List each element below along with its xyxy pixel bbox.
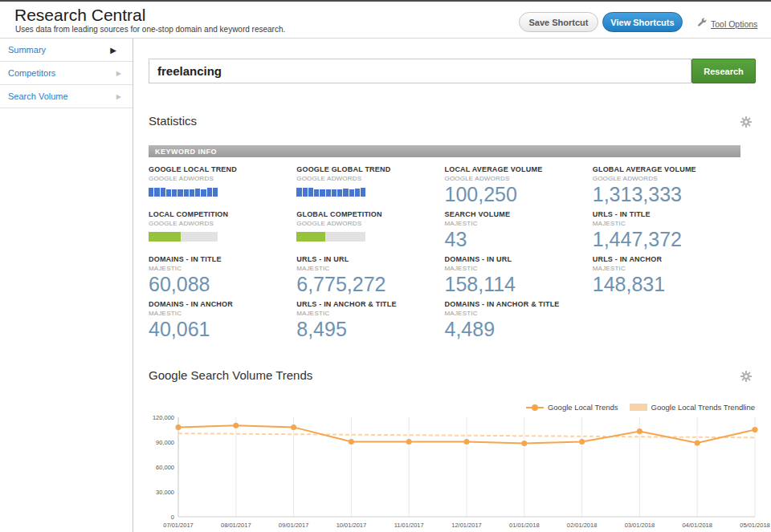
line-series-marker-icon <box>526 407 544 408</box>
stat-urls-in-title: URLS - IN TITLE MAJESTIC 1,447,372 <box>593 210 740 255</box>
stat-value: 4,489 <box>445 318 593 341</box>
sidebar-item-summary[interactable]: Summary ▶ <box>0 39 133 62</box>
keyword-info-banner: KEYWORD INFO <box>149 145 740 157</box>
svg-text:03/01/2018: 03/01/2018 <box>625 522 655 529</box>
stat-search-volume: SEARCH VOLUME MAJESTIC 43 <box>445 210 593 255</box>
sidebar-item-label: Competitors <box>8 68 55 78</box>
page-subtitle: Uses data from leading sources for one-s… <box>15 25 285 34</box>
stat-domains-in-anchor-title: DOMAINS - IN ANCHOR & TITLE MAJESTIC 4,4… <box>445 300 593 345</box>
page-title: Research Central <box>14 6 145 25</box>
stat-value: 60,088 <box>149 273 296 296</box>
stat-label: GOOGLE LOCAL TREND <box>149 165 296 173</box>
trend-sparkline <box>149 187 218 197</box>
stat-local-competition: LOCAL COMPETITION GOOGLE ADWORDS <box>149 210 296 255</box>
stat-label: GLOBAL COMPETITION <box>296 210 444 218</box>
stat-label: SEARCH VOLUME <box>445 210 593 218</box>
chevron-right-icon: ▶ <box>110 46 116 55</box>
trendline-swatch-icon <box>630 404 647 411</box>
stat-domains-in-anchor: DOMAINS - IN ANCHOR MAJESTIC 40,061 <box>149 300 296 345</box>
svg-text:11/01/2017: 11/01/2017 <box>394 522 424 529</box>
stat-google-global-trend: GOOGLE GLOBAL TREND GOOGLE ADWORDS <box>296 165 444 210</box>
stat-value: 43 <box>445 228 593 251</box>
statistics-grid: GOOGLE LOCAL TREND GOOGLE ADWORDS GOOGLE… <box>149 165 740 345</box>
tool-options-label: Tool Options <box>711 19 757 29</box>
svg-text:07/01/2017: 07/01/2017 <box>163 522 194 529</box>
svg-text:04/01/2018: 04/01/2018 <box>682 522 712 529</box>
stat-value: 8,495 <box>296 318 444 341</box>
stat-label: DOMAINS - IN ANCHOR <box>149 300 296 308</box>
stat-label: URLS - IN ANCHOR & TITLE <box>296 300 444 308</box>
chevron-right-icon: ▶ <box>116 70 121 77</box>
stat-label: URLS - IN TITLE <box>593 210 740 218</box>
tool-options-link[interactable]: Tool Options <box>697 18 757 30</box>
stat-label: DOMAINS - IN URL <box>445 255 593 263</box>
stat-urls-in-anchor: URLS - IN ANCHOR MAJESTIC 148,831 <box>593 255 740 300</box>
stat-source: GOOGLE ADWORDS <box>593 175 740 182</box>
stat-global-average-volume: GLOBAL AVERAGE VOLUME GOOGLE ADWORDS 1,3… <box>593 165 740 210</box>
competition-meter <box>296 232 365 242</box>
stat-source: MAJESTIC <box>445 220 593 227</box>
stat-value: 6,775,272 <box>296 273 444 296</box>
competition-meter <box>149 232 218 242</box>
stat-local-average-volume: LOCAL AVERAGE VOLUME GOOGLE ADWORDS 100,… <box>445 165 593 210</box>
trends-title: Google Search Volume Trends <box>149 368 312 382</box>
save-shortcut-button[interactable]: Save Shortcut <box>519 12 598 32</box>
trend-sparkline <box>296 187 365 197</box>
svg-text:90,000: 90,000 <box>156 439 174 446</box>
stat-label: LOCAL COMPETITION <box>149 210 296 218</box>
svg-text:02/01/2018: 02/01/2018 <box>567 522 598 529</box>
svg-text:05/01/2018: 05/01/2018 <box>740 522 770 529</box>
stat-value: 158,114 <box>445 273 593 296</box>
stat-google-local-trend: GOOGLE LOCAL TREND GOOGLE ADWORDS <box>149 165 296 210</box>
search-volume-trend-chart: 030,00060,00090,000120,00007/01/201708/0… <box>133 411 771 532</box>
stat-label: URLS - IN ANCHOR <box>593 255 740 263</box>
stat-source: GOOGLE ADWORDS <box>149 175 296 182</box>
trend-line-chart: 030,00060,00090,000120,00007/01/201708/0… <box>133 411 771 532</box>
stat-source: GOOGLE ADWORDS <box>445 175 593 182</box>
stat-source: MAJESTIC <box>149 310 296 317</box>
sidebar-item-label: Search Volume <box>8 91 68 101</box>
stat-source: MAJESTIC <box>445 265 593 272</box>
sidebar-item-competitors[interactable]: Competitors ▶ <box>0 62 133 85</box>
stat-domains-in-title: DOMAINS - IN TITLE MAJESTIC 60,088 <box>149 255 296 300</box>
stat-label: DOMAINS - IN ANCHOR & TITLE <box>445 300 593 308</box>
stat-domains-in-url: DOMAINS - IN URL MAJESTIC 158,114 <box>445 255 593 300</box>
wrench-icon <box>697 18 708 30</box>
svg-text:120,000: 120,000 <box>153 414 174 421</box>
stat-source: MAJESTIC <box>296 265 444 272</box>
stat-label: URLS - IN URL <box>296 255 444 263</box>
stat-value: 148,831 <box>593 273 740 296</box>
stat-label: GOOGLE GLOBAL TREND <box>296 165 444 173</box>
stat-source: MAJESTIC <box>296 310 444 317</box>
stat-urls-in-url: URLS - IN URL MAJESTIC 6,775,272 <box>296 255 444 300</box>
svg-text:60,000: 60,000 <box>156 464 174 471</box>
sidebar: Summary ▶ Competitors ▶ Search Volume ▶ <box>0 39 133 532</box>
view-shortcuts-button[interactable]: View Shortcuts <box>602 12 683 32</box>
statistics-title: Statistics <box>149 114 197 128</box>
chevron-right-icon: ▶ <box>116 93 121 100</box>
stat-global-competition: GLOBAL COMPETITION GOOGLE ADWORDS <box>296 210 444 255</box>
stat-label: GLOBAL AVERAGE VOLUME <box>593 165 740 173</box>
svg-text:08/01/2017: 08/01/2017 <box>221 522 251 529</box>
stat-label: LOCAL AVERAGE VOLUME <box>445 165 593 173</box>
main-content: Research Statistics KEYWORD INFO GOOGLE … <box>133 39 771 532</box>
stat-source: MAJESTIC <box>445 310 593 317</box>
stat-value: 100,250 <box>445 183 593 206</box>
stat-source: MAJESTIC <box>593 265 740 272</box>
stat-source: MAJESTIC <box>149 265 296 272</box>
research-button[interactable]: Research <box>691 59 756 83</box>
trends-gear-icon[interactable] <box>740 371 752 385</box>
svg-text:30,000: 30,000 <box>156 489 174 496</box>
app-header: Research Central Uses data from leading … <box>0 3 771 39</box>
svg-text:09/01/2017: 09/01/2017 <box>279 522 309 529</box>
sidebar-item-search-volume[interactable]: Search Volume ▶ <box>0 85 133 108</box>
statistics-gear-icon[interactable] <box>740 116 752 131</box>
stat-urls-in-anchor-title: URLS - IN ANCHOR & TITLE MAJESTIC 8,495 <box>296 300 444 345</box>
stat-value: 1,313,333 <box>593 183 740 206</box>
svg-text:10/01/2017: 10/01/2017 <box>337 522 367 529</box>
stat-value: 40,061 <box>149 318 296 341</box>
stat-source: MAJESTIC <box>593 220 740 227</box>
svg-text:0: 0 <box>171 514 174 521</box>
keyword-search-input[interactable] <box>149 59 691 83</box>
stat-label: DOMAINS - IN TITLE <box>149 255 296 263</box>
